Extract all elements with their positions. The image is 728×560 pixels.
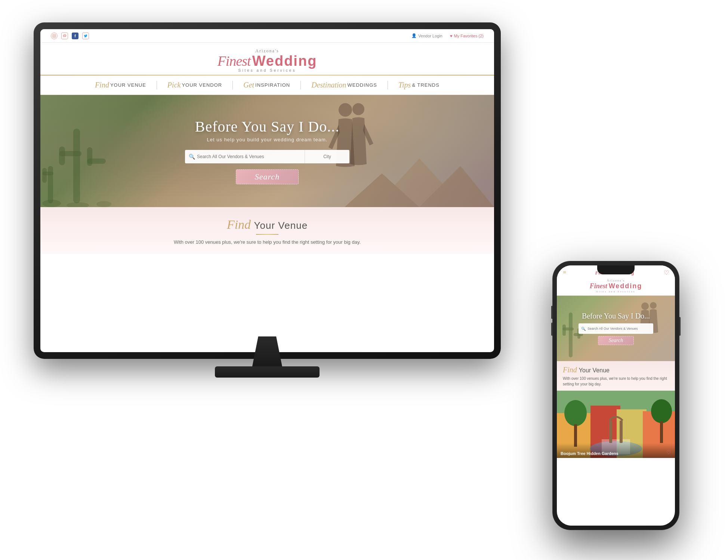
vendor-login[interactable]: 👤 Vendor Login <box>411 33 442 38</box>
svg-point-18 <box>352 103 364 115</box>
phone-find-title: Find Your Venue <box>563 366 669 374</box>
hero-subtitle: Let us help you build your wedding dream… <box>195 137 339 142</box>
phone-logo-sites: Sites and Services <box>557 290 675 293</box>
mobile-phone: ≡ Finest Wedding ♡ Arizona's Finest Wedd… <box>552 261 679 530</box>
svg-point-33 <box>651 399 672 423</box>
logo-sites: Sites and Services <box>218 69 317 73</box>
svg-rect-37 <box>609 421 612 443</box>
find-venue-title: Find Your Venue <box>52 218 483 232</box>
vendor-login-label: Vendor Login <box>418 34 442 38</box>
svg-rect-5 <box>59 147 65 165</box>
hero-text-block: Before You Say I Do... Let us help you b… <box>195 118 339 142</box>
svg-rect-21 <box>562 324 566 336</box>
svg-point-1 <box>53 35 55 36</box>
phone-frame: ≡ Finest Wedding ♡ Arizona's Finest Wedd… <box>552 261 679 530</box>
search-input-wrapper: 🔍 <box>185 150 305 163</box>
nav-tips[interactable]: Tips & Trends <box>388 81 450 89</box>
find-venue-description: With over 100 venues plus, we're sure to… <box>52 239 483 246</box>
phone-power-button <box>679 317 681 336</box>
svg-point-13 <box>96 201 111 207</box>
phone-logo-arizona: Arizona's <box>557 279 675 282</box>
logo-finest: Finest <box>218 53 251 69</box>
phone-logo-area: Arizona's Finest Wedding Sites and Servi… <box>557 277 675 296</box>
nav-get-inspiration[interactable]: Get Inspiration <box>233 81 301 89</box>
phone-volume-up <box>551 306 552 319</box>
hero-title: Before You Say I Do... <box>195 118 339 135</box>
site-logo[interactable]: Arizona's Finest Wedding Sites and Servi… <box>218 49 317 73</box>
svg-point-11 <box>42 200 61 207</box>
svg-point-17 <box>339 103 352 117</box>
svg-rect-7 <box>87 147 92 166</box>
phone-venue-image: Boojum Tree Hidden Gardens ♡ <box>557 391 675 458</box>
phone-menu-icon[interactable]: ≡ <box>563 269 566 276</box>
desktop-monitor: f 👤 Vendor Login ♥ <box>34 22 501 389</box>
nav-destination[interactable]: Destination Weddings <box>301 81 388 89</box>
instagram-icon[interactable] <box>51 33 58 39</box>
phone-find-venue-section: Find Your Venue With over 100 venues plu… <box>557 361 675 391</box>
svg-rect-10 <box>42 168 47 183</box>
phone-hero-title: Before You Say I Do... <box>582 312 650 320</box>
heart-icon: ♥ <box>450 34 453 38</box>
phone-search-button[interactable]: Search <box>598 336 634 345</box>
phone-venue-overlay: Boojum Tree Hidden Gardens ♡ <box>557 443 675 458</box>
facebook-icon[interactable]: f <box>72 33 78 39</box>
scene: f 👤 Vendor Login ♥ <box>0 0 728 560</box>
hero-search-row: 🔍 <box>185 150 349 163</box>
my-favorites-label: My Favorites (2) <box>454 34 484 38</box>
nav-pick-vendor[interactable]: Pick Your Vendor <box>157 81 233 89</box>
monitor-stand-base <box>215 366 320 378</box>
logo-wedding: Wedding <box>252 53 317 69</box>
user-icon: 👤 <box>411 33 417 38</box>
search-icon-inside: 🔍 <box>189 154 195 160</box>
social-icons-group: f <box>51 33 89 39</box>
desktop-logo-area: Arizona's Finest Wedding Sites and Servi… <box>40 43 494 76</box>
svg-point-31 <box>564 400 587 426</box>
desktop-hero: Before You Say I Do... Let us help you b… <box>40 95 494 207</box>
phone-find-description: With over 100 venues plus, we're sure to… <box>563 376 669 387</box>
logo-arizona: Arizona's <box>218 49 317 53</box>
phone-notch <box>597 265 635 274</box>
svg-point-12 <box>67 202 89 207</box>
cactus-silhouette <box>40 114 115 207</box>
phone-favorites-icon[interactable]: ♡ <box>664 269 669 276</box>
monitor-frame: f 👤 Vendor Login ♥ <box>34 22 501 359</box>
phone-search-input[interactable] <box>579 323 653 334</box>
desktop-topbar: f 👤 Vendor Login ♥ <box>40 29 494 43</box>
svg-rect-34 <box>660 421 663 443</box>
phone-screen: ≡ Finest Wedding ♡ Arizona's Finest Wedd… <box>557 265 675 526</box>
svg-rect-3 <box>73 129 80 203</box>
pinterest-icon[interactable] <box>61 33 68 39</box>
monitor-screen: f 👤 Vendor Login ♥ <box>40 29 494 352</box>
svg-rect-0 <box>53 34 56 37</box>
svg-rect-19 <box>569 313 573 357</box>
phone-volume-down <box>551 323 552 336</box>
twitter-icon[interactable] <box>82 33 89 39</box>
phone-hero-search: 🔍 Search <box>579 323 653 345</box>
nav-find-venue[interactable]: Find Your Venue <box>84 81 157 89</box>
svg-point-25 <box>650 302 657 309</box>
phone-venue-heart-icon[interactable]: ♡ <box>666 449 671 456</box>
desktop-nav: Find Your Venue Pick Your Vendor Get Ins… <box>40 76 494 95</box>
phone-search-wrapper: 🔍 <box>579 323 653 334</box>
find-venue-divider <box>256 234 278 235</box>
desktop-find-venue-section: Find Your Venue With over 100 venues plu… <box>40 207 494 254</box>
phone-venue-name: Boojum Tree Hidden Gardens <box>561 451 619 456</box>
hero-search-input[interactable] <box>185 150 305 163</box>
logo-main-line: Finest Wedding <box>218 54 317 68</box>
topbar-right: 👤 Vendor Login ♥ My Favorites (2) <box>411 33 484 38</box>
hero-city-input[interactable] <box>305 150 349 163</box>
svg-point-24 <box>641 302 649 310</box>
my-favorites[interactable]: ♥ My Favorites (2) <box>450 34 484 38</box>
hero-search-button[interactable]: Search <box>236 169 299 184</box>
svg-rect-38 <box>620 421 623 443</box>
svg-point-2 <box>55 35 55 35</box>
phone-logo-main: Finest Wedding <box>557 282 675 290</box>
phone-search-icon: 🔍 <box>581 327 586 331</box>
phone-hero: Before You Say I Do... 🔍 Search <box>557 296 675 361</box>
